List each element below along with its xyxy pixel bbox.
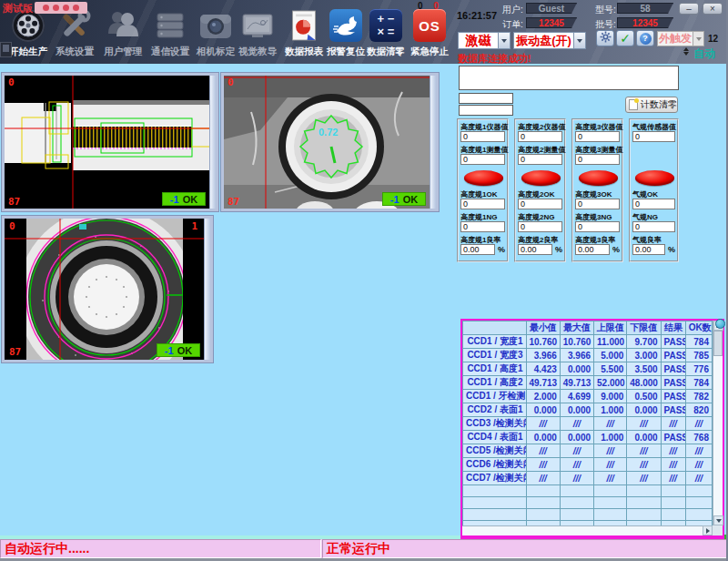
table-row[interactable]: CCD3 /检测关闭//////////////////: [463, 417, 713, 431]
table-row[interactable]: CCD1 / 牙检测12.0004.6999.0000.500PASS782: [463, 390, 713, 403]
count-field-2[interactable]: [459, 105, 513, 116]
table-row-empty[interactable]: [463, 497, 713, 509]
calc-symbols-row1: + −: [378, 13, 395, 26]
toolbar-comm-settings[interactable]: 通信设置: [147, 7, 194, 62]
gauge-panel-1: 高度规1仪器值 0 高度规1测量值 0 高度规1OK 0 高度规1NG 0 高度…: [457, 118, 509, 262]
col-header-upper: 上限值: [594, 321, 627, 335]
col-header-min: 最小值: [526, 321, 560, 335]
confirm-check-button[interactable]: ✓: [616, 30, 634, 46]
gauge-device-value[interactable]: 0: [460, 131, 505, 142]
percent-label: %: [555, 245, 562, 254]
gauge-ng-value[interactable]: 0: [518, 221, 562, 232]
toolbar-label: 数据报表: [280, 46, 328, 58]
auto-spinner[interactable]: [683, 47, 689, 56]
gear-icon: [600, 30, 612, 46]
camera-scrollbar[interactable]: [209, 76, 216, 209]
col-header-okcount: OK数: [685, 321, 712, 335]
table-row[interactable]: CCD1 / 宽度110.76010.76011.0009.700PASS784: [463, 335, 713, 349]
report-icon: [285, 7, 323, 44]
settings-gear-button[interactable]: [596, 30, 614, 46]
chevron-down-icon: [498, 33, 510, 48]
table-row[interactable]: CCD6 /检测关闭//////////////////: [463, 458, 713, 472]
table-header-row: 最小值 最大值 上限值 下限值 结果 OK数: [463, 321, 713, 335]
status-bar: 自动运行中...... 正常运行中: [0, 539, 728, 558]
gauge-rate-value[interactable]: 0.00: [632, 244, 665, 255]
toolbar-label: 视觉教导: [234, 46, 281, 58]
monitor-icon: [238, 7, 277, 44]
gauge-ok-value[interactable]: 0: [460, 199, 505, 209]
table-row-empty[interactable]: [463, 485, 713, 497]
gauge-device-value[interactable]: 0: [632, 131, 675, 142]
minimize-button[interactable]: –: [679, 3, 699, 15]
camera-scrollbar[interactable]: [430, 76, 436, 209]
vibration-value: 振动盘(开): [514, 33, 573, 48]
server-icon: [151, 7, 189, 44]
help-button[interactable]: ?: [636, 30, 654, 46]
gauge-device-value[interactable]: 0: [575, 131, 620, 142]
gauge-device-value[interactable]: 0: [518, 131, 562, 142]
gauge-ng-value[interactable]: 0: [632, 221, 675, 232]
table-row[interactable]: CCD7 /检测关闭//////////////////: [463, 472, 713, 485]
magnetize-combo[interactable]: 激磁: [458, 32, 511, 49]
percent-label: %: [612, 245, 620, 254]
stop-icon: OS: [410, 7, 449, 44]
frame-counter: 87: [228, 196, 239, 208]
table-vertical-scrollbar[interactable]: [713, 321, 723, 525]
db-status-message: 数据库连接成功!: [458, 52, 531, 66]
camera-index: 0: [8, 76, 15, 88]
gauge-measure-value[interactable]: 0: [518, 154, 562, 165]
table-row[interactable]: CCD1 / 高度249.71349.71352.00048.000PASS78…: [463, 376, 713, 390]
gauge-rate-value[interactable]: 0.00: [518, 244, 552, 255]
trigger-combo[interactable]: 外触发: [657, 31, 704, 46]
camera-view-2: 0 87 0.72 -1 OK: [221, 73, 439, 211]
toolbar-user-management[interactable]: 用户管理: [99, 7, 147, 62]
scrollbar-thumb[interactable]: [713, 331, 723, 356]
users-icon: [104, 7, 142, 44]
count-clear-button[interactable]: 计数清零: [625, 97, 678, 113]
table-row[interactable]: CCD2 / 表面10.0000.0001.0000.000PASS820: [463, 403, 713, 417]
toolbar-emergency-stop[interactable]: OS 紧急停止: [406, 7, 453, 62]
close-button[interactable]: ×: [703, 3, 723, 15]
gauge-ok-value[interactable]: 0: [632, 199, 675, 209]
scroll-down-button[interactable]: [713, 515, 723, 525]
table-row[interactable]: CCD4 / 表面10.0000.0001.0000.000PASS768: [463, 431, 713, 444]
trigger-count: 12: [708, 34, 718, 44]
gauge-measure-value[interactable]: 0: [460, 154, 505, 165]
gauge-ok-value[interactable]: 0: [575, 199, 620, 209]
dove-icon: [327, 7, 365, 44]
toolbar-data-report[interactable]: 数据报表: [280, 7, 328, 62]
trigger-value: 外触发: [658, 32, 693, 46]
auto-mode-label: 自动: [693, 46, 715, 62]
status-led: [464, 170, 503, 186]
toolbar-data-clear[interactable]: + − × = 数据清零: [362, 7, 410, 62]
gauge-measure-value[interactable]: 0: [575, 154, 620, 165]
batch-value: 12345: [617, 17, 673, 28]
toolbar-label: 用户管理: [99, 46, 147, 58]
frame-counter: 87: [9, 346, 21, 358]
gauge-rate-value[interactable]: 0.00: [575, 244, 610, 255]
gauge-rate-value[interactable]: 0.00: [460, 244, 495, 255]
table-row[interactable]: CCD5 /检测关闭//////////////////: [463, 444, 713, 458]
col-header-max: 最大值: [560, 321, 593, 335]
status-right: 正常运行中: [322, 539, 728, 558]
user-value: Guest: [526, 3, 577, 14]
gauge-ng-value[interactable]: 0: [575, 221, 620, 232]
table-row[interactable]: CCD1 / 高度14.4230.0005.5003.500PASS776: [463, 362, 713, 376]
count-clear-label: 计数清零: [641, 98, 677, 111]
chevron-down-icon: [573, 33, 585, 48]
table-horizontal-scrollbar[interactable]: [462, 525, 713, 536]
message-display-box[interactable]: [459, 66, 679, 90]
camera-scrollbar[interactable]: [204, 219, 210, 360]
gauge-panel-air: 气规传感器值 0 气规OK 0 气规NG 0 气规良率 0.00 %: [629, 118, 679, 262]
toolbar-camera-calibration[interactable]: 相机标定: [192, 7, 239, 62]
table-row-empty[interactable]: [463, 509, 713, 521]
gauge-ng-value[interactable]: 0: [460, 221, 505, 232]
gauge-panel-3: 高度规3仪器值 0 高度规3测量值 0 高度规3OK 0 高度规3NG 0 高度…: [571, 118, 623, 262]
count-field-1[interactable]: [459, 93, 513, 104]
toolbar-system-settings[interactable]: 系统设置: [51, 7, 98, 62]
scroll-right-button[interactable]: [703, 525, 713, 536]
vibration-combo[interactable]: 振动盘(开): [513, 32, 586, 49]
gauge-ok-value[interactable]: 0: [518, 199, 562, 209]
toolbar-vision-teaching[interactable]: 视觉教导: [234, 7, 281, 62]
table-row[interactable]: CCD1 / 宽度33.9663.9665.0003.000PASS785: [463, 349, 713, 362]
